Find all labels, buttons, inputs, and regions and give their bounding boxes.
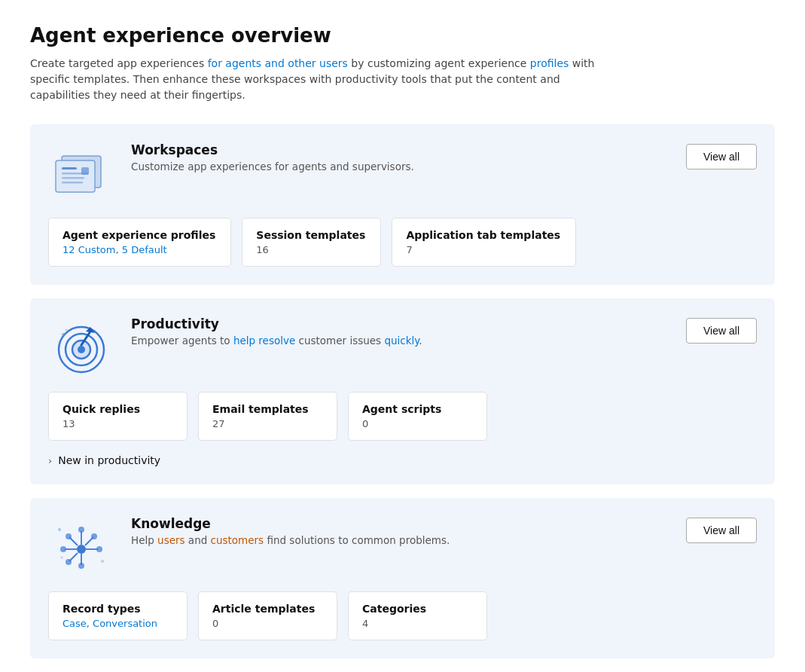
- quick-replies-tile[interactable]: Quick replies 13: [48, 392, 188, 441]
- new-in-productivity-label: New in productivity: [58, 454, 160, 466]
- svg-point-17: [77, 545, 86, 554]
- new-in-productivity-row[interactable]: › New in productivity: [48, 454, 757, 466]
- record-types-tile[interactable]: Record types Case, Conversation: [48, 591, 188, 640]
- workspaces-icon: [48, 142, 116, 203]
- svg-point-32: [58, 528, 61, 531]
- productivity-icon: [48, 316, 116, 377]
- page-description: Create targeted app experiences for agen…: [30, 56, 617, 103]
- article-templates-value: 0: [212, 618, 322, 629]
- desc-link-agents[interactable]: for agents and other users: [208, 57, 348, 69]
- categories-value: 4: [362, 618, 471, 629]
- productivity-title: Productivity: [131, 316, 422, 331]
- knowledge-section: Knowledge Help users and customers find …: [30, 498, 775, 658]
- workspaces-section: Workspaces Customize app experiences for…: [30, 124, 775, 285]
- workspaces-title: Workspaces: [131, 142, 414, 157]
- productivity-subtitle: Empower agents to help resolve customer …: [131, 334, 422, 347]
- svg-point-34: [61, 557, 63, 559]
- knowledge-subtitle: Help users and customers find solutions …: [131, 534, 450, 546]
- svg-point-11: [78, 346, 85, 353]
- session-templates-tile[interactable]: Session templates 16: [242, 218, 381, 267]
- workspaces-subtitle: Customize app experiences for agents and…: [131, 160, 414, 173]
- record-types-label: Record types: [63, 603, 172, 615]
- knowledge-link-customers[interactable]: customers: [211, 534, 264, 546]
- svg-point-16: [66, 329, 67, 331]
- knowledge-text: Knowledge Help users and customers find …: [131, 516, 450, 546]
- knowledge-tiles: Record types Case, Conversation Article …: [48, 591, 757, 640]
- productivity-left: Productivity Empower agents to help reso…: [48, 316, 422, 377]
- page-title: Agent experience overview: [30, 24, 775, 47]
- svg-rect-6: [81, 167, 89, 175]
- svg-rect-1: [56, 160, 95, 192]
- productivity-link-resolve[interactable]: help resolve: [233, 334, 295, 347]
- agent-scripts-value: 0: [362, 418, 471, 429]
- svg-rect-5: [62, 182, 83, 184]
- session-templates-label: Session templates: [256, 229, 365, 241]
- svg-point-33: [101, 560, 104, 563]
- svg-point-14: [62, 333, 65, 336]
- quick-replies-value: 13: [63, 418, 172, 429]
- chevron-right-icon: ›: [48, 455, 52, 466]
- quick-replies-label: Quick replies: [63, 403, 172, 415]
- productivity-link-quickly[interactable]: quickly: [384, 334, 419, 347]
- email-templates-value: 27: [212, 418, 322, 429]
- email-templates-tile[interactable]: Email templates 27: [198, 392, 337, 441]
- workspaces-header: Workspaces Customize app experiences for…: [48, 142, 757, 203]
- svg-point-15: [59, 342, 61, 344]
- knowledge-icon: [48, 516, 116, 576]
- knowledge-header: Knowledge Help users and customers find …: [48, 516, 757, 576]
- workspaces-view-all-button[interactable]: View all: [686, 144, 757, 170]
- application-tab-templates-label: Application tab templates: [406, 229, 560, 241]
- svg-point-30: [91, 533, 97, 539]
- application-tab-templates-value: 7: [406, 244, 560, 255]
- workspaces-text: Workspaces Customize app experiences for…: [131, 142, 414, 173]
- productivity-tiles: Quick replies 13 Email templates 27 Agen…: [48, 392, 757, 441]
- knowledge-left: Knowledge Help users and customers find …: [48, 516, 450, 576]
- svg-point-26: [78, 563, 84, 569]
- agent-experience-profiles-tile[interactable]: Agent experience profiles 12 Custom, 5 D…: [48, 218, 231, 267]
- knowledge-title: Knowledge: [131, 516, 450, 531]
- svg-rect-2: [62, 167, 77, 170]
- svg-point-28: [96, 546, 102, 552]
- svg-rect-4: [62, 177, 84, 179]
- agent-experience-profiles-value: 12 Custom, 5 Default: [63, 244, 215, 255]
- knowledge-link-users[interactable]: users: [157, 534, 184, 546]
- page-container: Agent experience overview Create targete…: [0, 0, 805, 672]
- productivity-section: Productivity Empower agents to help reso…: [30, 298, 775, 484]
- desc-link-profiles[interactable]: profiles: [530, 57, 569, 69]
- categories-label: Categories: [362, 603, 471, 615]
- productivity-view-all-button[interactable]: View all: [686, 318, 757, 344]
- knowledge-view-all-button[interactable]: View all: [686, 518, 757, 543]
- svg-point-27: [60, 546, 66, 552]
- workspaces-tiles: Agent experience profiles 12 Custom, 5 D…: [48, 218, 757, 267]
- svg-point-31: [66, 559, 72, 565]
- svg-point-29: [66, 533, 72, 539]
- email-templates-label: Email templates: [212, 403, 322, 415]
- application-tab-templates-tile[interactable]: Application tab templates 7: [392, 218, 576, 267]
- categories-tile[interactable]: Categories 4: [348, 591, 487, 640]
- record-types-value: Case, Conversation: [63, 618, 172, 629]
- article-templates-label: Article templates: [212, 603, 322, 615]
- svg-point-25: [78, 527, 84, 533]
- agent-experience-profiles-label: Agent experience profiles: [63, 229, 215, 241]
- productivity-text: Productivity Empower agents to help reso…: [131, 316, 422, 347]
- agent-scripts-label: Agent scripts: [362, 403, 471, 415]
- agent-scripts-tile[interactable]: Agent scripts 0: [348, 392, 487, 441]
- productivity-header: Productivity Empower agents to help reso…: [48, 316, 757, 377]
- session-templates-value: 16: [256, 244, 365, 255]
- workspaces-left: Workspaces Customize app experiences for…: [48, 142, 414, 203]
- article-templates-tile[interactable]: Article templates 0: [198, 591, 337, 640]
